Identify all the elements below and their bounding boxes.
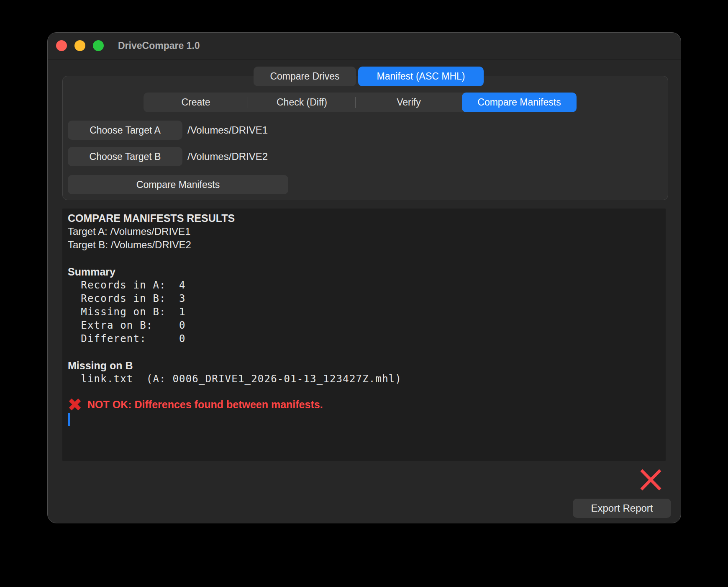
status-line: NOT OK: Differences found between manife… [68, 396, 661, 412]
missing-on-b-heading: Missing on B [68, 359, 661, 372]
summary-line: Records in B: 3 [68, 292, 661, 305]
tab-manifest-asc-mhl[interactable]: Manifest (ASC MHL) [358, 67, 484, 86]
summary-line: Different: 0 [68, 332, 661, 345]
blank-line [68, 252, 661, 265]
status-text: NOT OK: Differences found between manife… [87, 399, 323, 411]
segment-compare-manifests[interactable]: Compare Manifests [462, 93, 577, 112]
segment-verify[interactable]: Verify [356, 93, 462, 112]
target-b-path: /Volumes/DRIVE2 [187, 151, 268, 162]
text-cursor [68, 413, 70, 426]
app-window: DriveCompare 1.0 Compare Drives Manifest… [47, 32, 681, 523]
segment-create[interactable]: Create [144, 93, 248, 112]
choose-target-a-button[interactable]: Choose Target A [68, 121, 182, 140]
missing-file-line: link.txt (A: 0006_DRIVE1_2026-01-13_1234… [68, 372, 661, 386]
choose-target-b-button[interactable]: Choose Target B [68, 147, 182, 166]
export-report-button[interactable]: Export Report [573, 499, 671, 518]
close-window-button[interactable] [56, 40, 67, 51]
results-target-a: Target A: /Volumes/DRIVE1 [68, 225, 661, 238]
summary-line: Records in A: 4 [68, 278, 661, 292]
blank-line [68, 345, 661, 359]
window-title: DriveCompare 1.0 [118, 40, 200, 51]
segment-check-diff[interactable]: Check (Diff) [248, 93, 356, 112]
failure-x-icon [639, 469, 662, 491]
tab-compare-drives[interactable]: Compare Drives [254, 67, 356, 86]
error-x-icon [68, 397, 82, 412]
compare-manifests-button[interactable]: Compare Manifests [68, 175, 288, 194]
zoom-window-button[interactable] [93, 40, 104, 51]
manifest-mode-segmented-control: Create Check (Diff) Verify Compare Manif… [144, 93, 577, 112]
results-target-b: Target B: /Volumes/DRIVE2 [68, 238, 661, 252]
minimize-window-button[interactable] [74, 40, 85, 51]
results-content: COMPARE MANIFESTS RESULTS Target A: /Vol… [68, 211, 661, 426]
results-text-area[interactable]: COMPARE MANIFESTS RESULTS Target A: /Vol… [62, 209, 666, 461]
results-title: COMPARE MANIFESTS RESULTS [68, 211, 661, 225]
summary-line: Extra on B: 0 [68, 319, 661, 332]
title-bar: DriveCompare 1.0 [48, 33, 681, 60]
target-a-path: /Volumes/DRIVE1 [187, 124, 268, 136]
summary-heading: Summary [68, 265, 661, 278]
summary-line: Missing on B: 1 [68, 305, 661, 319]
